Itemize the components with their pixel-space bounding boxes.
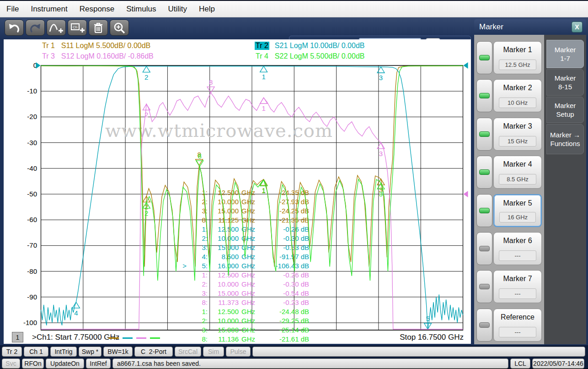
marker-panel-tabs: Marker1-7Marker8-15MarkerSetupMarker →Fu… xyxy=(544,35,586,344)
softkey-label: Marker 3 xyxy=(494,122,541,130)
softkey-label: Marker 5 xyxy=(494,199,541,207)
trace-tr1 xyxy=(41,66,463,267)
menu-item-stimulus[interactable]: Stimulus xyxy=(126,5,156,14)
led-toggle-marker-4[interactable] xyxy=(476,156,492,189)
legend-tr-4[interactable]: Tr 4S22 LogM 5.500dB/ 0.00dB xyxy=(255,52,364,61)
led-toggle-marker-6[interactable] xyxy=(476,232,492,265)
svg-text:4: 4 xyxy=(74,309,78,317)
softkey-value: 16 GHz xyxy=(499,212,536,222)
trace-format-text: S11 LogM 5.500dB/ 0.00dB xyxy=(61,42,150,50)
led-toggle-marker-7[interactable] xyxy=(476,270,492,303)
status-inttrig[interactable]: IntTrig xyxy=(50,347,77,357)
softkey-value: --- xyxy=(499,288,536,299)
status-srccal[interactable]: SrcCal xyxy=(175,347,201,357)
status-intref[interactable]: IntRef xyxy=(86,358,111,369)
legend-tr-1[interactable]: Tr 1S11 LogM 5.500dB/ 0.00dB xyxy=(41,41,150,50)
menu-item-utility[interactable]: Utility xyxy=(168,5,187,14)
legend-tr-2[interactable]: Tr 2S21 LogM 10.00dB/ 0.00dB xyxy=(255,41,364,50)
softkey-marker-6[interactable]: Marker 6--- xyxy=(493,232,542,265)
led-toggle-marker-1[interactable] xyxy=(476,41,492,74)
led-on-icon xyxy=(479,93,490,98)
tab-marker-1-7[interactable]: Marker1-7 xyxy=(546,40,584,68)
led-toggle-marker-5[interactable] xyxy=(476,194,492,227)
tab-marker-setup[interactable]: MarkerSetup xyxy=(546,97,584,123)
plot-panel: Tr 1S11 LogM 5.500dB/ 0.00dBTr 2S21 LogM… xyxy=(4,39,471,344)
softkey-marker-7[interactable]: Marker 7--- xyxy=(493,270,542,303)
trace-dash-tr-1 xyxy=(109,337,119,339)
marker-panel: Marker X Marker 112.5 GHzMarker 210 GHzM… xyxy=(474,19,586,344)
status-updateon[interactable]: UpdateOn xyxy=(46,358,84,369)
trace-tr2 xyxy=(41,66,463,330)
legend-tr-3[interactable]: Tr 3S12 LogM 0.160dB/ -0.86dB xyxy=(41,52,154,61)
tab-label: 8-15 xyxy=(558,82,572,91)
trace-id-badge: Tr 3 xyxy=(41,52,56,60)
status-bw-1k[interactable]: BW=1k xyxy=(103,347,133,357)
tab-label: Marker xyxy=(555,74,576,82)
tab-marker-8-15[interactable]: Marker8-15 xyxy=(546,69,584,96)
led-on-icon xyxy=(479,169,490,175)
softkey-marker-3[interactable]: Marker 315 GHz xyxy=(493,118,542,151)
led-toggle-reference[interactable] xyxy=(476,309,492,342)
softkey-marker-2[interactable]: Marker 210 GHz xyxy=(493,79,542,112)
analyzer-window: FileInstrumentResponseStimulusUtilityHel… xyxy=(0,0,588,369)
trace-id-badge: Tr 4 xyxy=(255,52,269,60)
marker-softkeys: Marker 112.5 GHzMarker 210 GHzMarker 315… xyxy=(474,35,544,344)
status-sim[interactable]: Sim xyxy=(203,347,224,357)
status-bar: Tr 2Ch 1IntTrigSwp *BW=1kC 2-PortSrcCalS… xyxy=(0,345,588,369)
menu-item-file[interactable]: File xyxy=(6,5,19,14)
trace-dash-tr-3 xyxy=(136,337,146,339)
menu-item-response[interactable]: Response xyxy=(80,5,115,14)
close-icon[interactable]: X xyxy=(572,22,583,33)
trace-format-text: S22 LogM 5.500dB/ 0.00dB xyxy=(275,52,365,60)
svg-text:2: 2 xyxy=(144,111,148,119)
svg-text:8: 8 xyxy=(209,78,213,86)
softkey-marker-4[interactable]: Marker 48.5 GHz xyxy=(493,156,542,189)
tab-label: 1-7 xyxy=(560,54,570,63)
redo-icon[interactable] xyxy=(26,20,45,36)
menu-item-instrument[interactable]: Instrument xyxy=(31,5,67,14)
status-a8667-1-csa-has-been-saved: a8667.1.csa has been saved. xyxy=(112,358,508,369)
trace-id-badge: Tr 2 xyxy=(255,42,269,50)
softkey-marker-1[interactable]: Marker 112.5 GHz xyxy=(493,41,542,74)
zoom-icon[interactable] xyxy=(110,20,129,36)
panel-title: Marker xyxy=(479,22,572,32)
led-off-icon xyxy=(479,322,490,328)
led-on-icon xyxy=(479,131,490,137)
status-2022-05-07-14-46: 2022/05/07-14:46 xyxy=(532,358,584,369)
tab-label: Marker → xyxy=(550,130,580,139)
trace-format-text: S12 LogM 0.160dB/ -0.86dB xyxy=(61,52,154,60)
add-channel-icon[interactable]: Ch xyxy=(68,20,87,36)
svg-text:2: 2 xyxy=(144,73,148,81)
trace-tr4 xyxy=(41,66,463,281)
led-toggle-marker-2[interactable] xyxy=(476,79,492,112)
trace-tr3 xyxy=(41,93,463,329)
softkey-value: 8.5 GHz xyxy=(499,174,536,184)
delete-icon[interactable] xyxy=(89,20,108,36)
softkey-reference[interactable]: Reference--- xyxy=(493,309,542,342)
svg-text:Ch: Ch xyxy=(73,25,77,29)
svg-text:3: 3 xyxy=(379,74,383,81)
softkey-label: Marker 7 xyxy=(494,275,541,283)
trace-format-text: S21 LogM 10.00dB/ 0.00dB xyxy=(275,42,365,50)
undo-icon[interactable] xyxy=(5,20,24,36)
softkey-value: 15 GHz xyxy=(499,136,536,147)
status-ch-1[interactable]: Ch 1 xyxy=(24,347,48,357)
led-off-icon xyxy=(479,284,490,289)
softkey-value: --- xyxy=(499,327,536,337)
sweep-stop-label: Stop 16.7500 GHz xyxy=(400,333,464,342)
status-c-2-port[interactable]: C 2-Port xyxy=(134,347,173,357)
softkey-value: --- xyxy=(499,250,536,261)
tab-marker-functions[interactable]: Marker →Functions xyxy=(546,124,584,154)
add-trace-icon[interactable] xyxy=(47,20,66,36)
status-tr-2[interactable]: Tr 2 xyxy=(2,347,22,357)
menu-item-help[interactable]: Help xyxy=(199,5,215,14)
status-swp[interactable]: Swp * xyxy=(79,347,102,357)
status-rfon[interactable]: RFOn xyxy=(22,358,44,369)
led-toggle-marker-3[interactable] xyxy=(476,118,492,151)
tab-label: Setup xyxy=(556,110,574,119)
status-pulse[interactable]: Pulse xyxy=(226,347,251,357)
status-svc[interactable]: Svc xyxy=(2,358,20,369)
softkey-marker-5[interactable]: Marker 516 GHz xyxy=(493,194,542,227)
svg-text:3: 3 xyxy=(379,150,383,157)
channel-badge: 1 xyxy=(12,332,23,342)
